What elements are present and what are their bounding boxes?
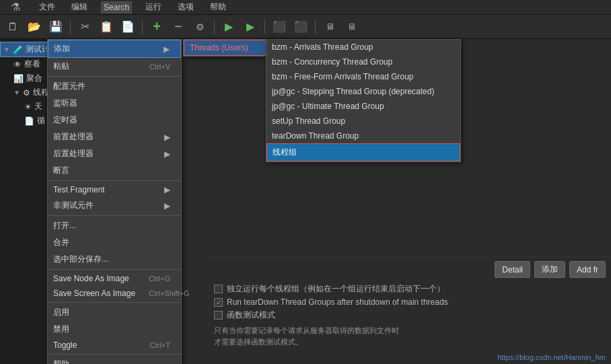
ctx-label-preprocessor: 前置处理器 — [53, 131, 94, 143]
copy-button[interactable]: 📋 — [96, 17, 116, 37]
ctx-label-save-selection: 选中部分保存... — [53, 254, 108, 265]
wrench-button[interactable]: ⚙ — [190, 17, 210, 37]
ctx-item-toggle[interactable]: Toggle Ctrl+T — [48, 338, 181, 353]
paste-button[interactable]: 📄 — [118, 17, 138, 37]
threads-label-5: jp@gc - Ultimate Thread Group — [272, 102, 384, 111]
ctx-sep-1 — [48, 76, 181, 77]
info-text: 只有当你需要记录每个请求从服务器取得的数据到文件时 才需要选择函数测试模式。 — [214, 325, 606, 347]
menu-options[interactable]: 选项 — [175, 0, 196, 14]
remote-button[interactable]: 🖥 — [320, 17, 340, 37]
ctx-shortcut-save-node: Ctrl+G — [149, 275, 170, 283]
minus-button[interactable]: − — [168, 17, 188, 37]
cut-button[interactable]: ✂ — [75, 17, 95, 37]
ctx-label-save-node: Save Node As Image — [53, 274, 129, 283]
ctx-label-timer: 定时器 — [53, 114, 77, 126]
tree-icon-juhe: 📊 — [13, 74, 24, 83]
tree-label-juhe: 聚合 — [26, 73, 42, 84]
add-from-button[interactable]: Add fr — [569, 261, 606, 278]
toolbar: 🗒 📂 💾 ✂ 📋 📄 + − ⚙ ▶ ▶ ⬛ ⬛ 🖥 🖥 — [0, 15, 611, 39]
tree-icon-xicheng: ⚙ — [23, 88, 30, 98]
ctx-arrow-test-fragment: ▶ — [164, 185, 170, 194]
ctx-label-postprocessor: 后置处理器 — [53, 148, 94, 159]
add-button[interactable]: 添加 — [534, 261, 565, 278]
menu-file[interactable]: 文件 — [36, 0, 58, 14]
ctx-item-help[interactable]: 帮助 — [48, 356, 181, 364]
tree-label-xun: 循 — [37, 115, 45, 126]
stop2-button[interactable]: ⬛ — [291, 17, 311, 37]
save-button[interactable]: 💾 — [46, 17, 66, 37]
menu-search[interactable]: Search — [101, 1, 132, 13]
sep2 — [142, 20, 143, 34]
play-button[interactable]: ▶ — [219, 17, 239, 37]
menu-help[interactable]: 帮助 — [207, 0, 229, 14]
threads-item-4[interactable]: jp@gc - Stepping Thread Group (deprecate… — [266, 84, 460, 99]
info-line-1: 只有当你需要记录每个请求从服务器取得的数据到文件时 — [214, 325, 606, 336]
checkbox-label-3: 函数测试模式 — [227, 310, 275, 321]
menu-run[interactable]: 运行 — [143, 0, 164, 14]
ctx-label-listener: 监听器 — [53, 98, 77, 109]
tree-icon-tian: ☀ — [24, 102, 32, 112]
threads-label-3: bzm - Free-Form Arrivals Thread Group — [272, 72, 414, 81]
sep4 — [264, 20, 265, 34]
ctx-item-non-test[interactable]: 非测试元件 ▶ — [48, 197, 181, 214]
checkbox-2[interactable]: ✓ — [214, 298, 223, 307]
ctx-label-help: 帮助 — [53, 359, 69, 364]
checkbox-row-1: 独立运行每个线程组（例如在一个组运行结束后启动下一个） — [214, 283, 606, 295]
ctx-shortcut-save-screen: Ctrl+Shift+G — [149, 289, 190, 297]
ctx-sep-4 — [48, 269, 181, 270]
ctx-item-paste[interactable]: 粘贴 Ctrl+V — [48, 58, 181, 75]
ctx-item-test-fragment[interactable]: Test Fragment ▶ — [48, 182, 181, 197]
ctx-sep-2 — [48, 180, 181, 181]
threads-item-2[interactable]: bzm - Concurrency Thread Group — [266, 54, 460, 69]
open-button[interactable]: 📂 — [24, 17, 44, 37]
ctx-item-assertion[interactable]: 断言 — [48, 162, 181, 179]
checkbox-1[interactable] — [214, 285, 223, 293]
play2-button[interactable]: ▶ — [240, 17, 260, 37]
ctx-item-enable[interactable]: 启用 — [48, 304, 181, 321]
remote2-button[interactable]: 🖥 — [341, 17, 361, 37]
ctx-label-enable: 启用 — [53, 307, 69, 318]
ctx-item-save-selection[interactable]: 选中部分保存... — [48, 251, 181, 268]
threads-item-5[interactable]: jp@gc - Ultimate Thread Group — [266, 99, 460, 114]
threads-item-8[interactable]: 线程组 — [266, 143, 460, 161]
ctx-item-open[interactable]: 打开... — [48, 217, 181, 234]
ctx-label-merge: 合并 — [53, 237, 69, 248]
ctx-item-merge[interactable]: 合并 — [48, 234, 181, 251]
threads-label-2: bzm - Concurrency Thread Group — [272, 57, 392, 67]
tree-label-tian: 天 — [34, 101, 42, 112]
ctx-item-add[interactable]: 添加 ▶ — [48, 40, 181, 58]
stop-button[interactable]: ⬛ — [269, 17, 289, 37]
ctx-sep-6 — [48, 354, 181, 355]
url-text: https://blog.csdn.net/Hanmin_hm — [497, 353, 606, 361]
ctx-item-preprocessor[interactable]: 前置处理器 ▶ — [48, 129, 181, 145]
ctx-item-save-screen[interactable]: Save Screen As Image Ctrl+Shift+G — [48, 286, 181, 301]
threads-label-4: jp@gc - Stepping Thread Group (deprecate… — [272, 87, 434, 96]
context-menu-main: 添加 ▶ 粘贴 Ctrl+V 配置元件 监听器 定时器 前置处理器 ▶ 后置处理… — [47, 39, 182, 364]
ctx-label-non-test: 非测试元件 — [53, 200, 94, 211]
plus-button[interactable]: + — [147, 17, 167, 37]
threads-item-6[interactable]: setUp Thread Group — [266, 114, 460, 129]
ctx-item-config[interactable]: 配置元件 — [48, 78, 181, 95]
ctx-item-postprocessor[interactable]: 后置处理器 ▶ — [48, 145, 181, 162]
ctx-item-timer[interactable]: 定时器 — [48, 112, 181, 129]
ctx-arrow-add: ▶ — [164, 44, 170, 54]
ctx-sep-3 — [48, 215, 181, 216]
menu-edit[interactable]: 编辑 — [69, 0, 90, 14]
ctx-item-disable[interactable]: 禁用 — [48, 321, 181, 338]
threads-item-7[interactable]: tearDown Thread Group — [266, 129, 460, 143]
tree-icon-xun: 📄 — [24, 116, 34, 126]
submenu-threads: bzm - Arrivals Thread Group bzm - Concur… — [266, 39, 461, 162]
new-button[interactable]: 🗒 — [3, 17, 23, 37]
threads-item-1[interactable]: bzm - Arrivals Thread Group — [266, 40, 460, 54]
checkbox-3[interactable] — [214, 311, 223, 320]
ctx-item-listener[interactable]: 监听器 — [48, 95, 181, 112]
detail-button[interactable]: Detail — [495, 261, 530, 278]
threads-label-7: tearDown Thread Group — [272, 131, 359, 141]
checkbox-row-3: 函数测试模式 — [214, 310, 606, 321]
checkbox-label-1: 独立运行每个线程组（例如在一个组运行结束后启动下一个） — [227, 283, 445, 295]
app-icon: ⚗ — [5, 0, 26, 17]
ctx-label-disable: 禁用 — [53, 324, 69, 335]
threads-item-3[interactable]: bzm - Free-Form Arrivals Thread Group — [266, 69, 460, 84]
ctx-arrow-postprocessor: ▶ — [164, 149, 170, 159]
ctx-item-save-node[interactable]: Save Node As Image Ctrl+G — [48, 271, 181, 286]
